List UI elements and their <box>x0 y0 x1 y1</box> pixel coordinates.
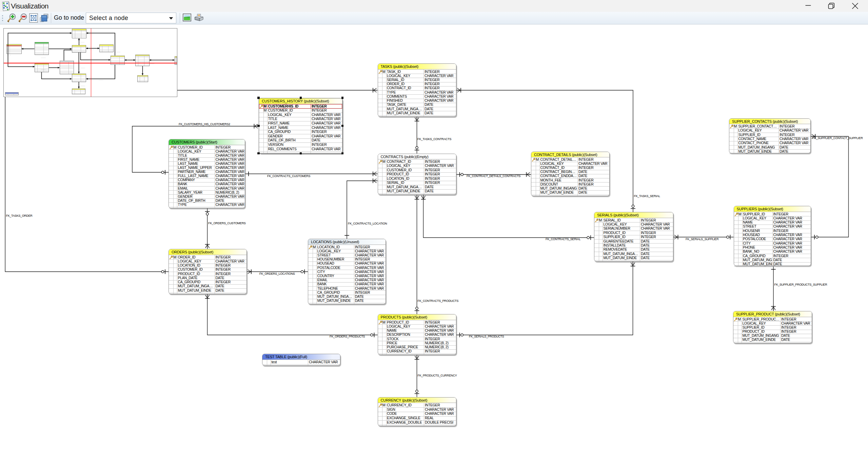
svg-text:————: ———— <box>116 51 121 53</box>
svg-text:————: ———— <box>41 57 46 58</box>
svg-text:FK_ORDERS_PRODUCTS: FK_ORDERS_PRODUCTS <box>330 335 365 338</box>
svg-text:FK_SERIALS_PRODUCTS: FK_SERIALS_PRODUCTS <box>469 335 504 338</box>
svg-text:————: ———— <box>90 49 95 50</box>
svg-text:————: ———— <box>80 67 85 69</box>
svg-text:FK_CONTRACTS_SERIAL: FK_CONTRACTS_SERIAL <box>546 237 580 241</box>
svg-text:————: ———— <box>41 69 46 70</box>
svg-text:————: ———— <box>6 54 11 56</box>
svg-text:FK_CUSTOMERS_HIS_CUSTOMERS2: FK_CUSTOMERS_HIS_CUSTOMERS2 <box>179 122 230 126</box>
svg-text:FK_CONTRACT_DETAILS_CONTRACTS: FK_CONTRACT_DETAILS_CONTRACTS <box>467 174 521 178</box>
svg-text:FK_TASKS_SERIAL: FK_TASKS_SERIAL <box>634 194 660 198</box>
svg-text:————: ———— <box>80 85 85 86</box>
svg-text:FK_SUPPLIER_PRODUCTS_SUPPLIER: FK_SUPPLIER_PRODUCTS_SUPPLIER <box>774 283 828 286</box>
svg-text:FK_TASKS_ORDER: FK_TASKS_ORDER <box>6 214 33 217</box>
svg-text:FK_ORDERS_CUSTOMERS: FK_ORDERS_CUSTOMERS <box>208 221 246 225</box>
svg-text:FK_TASKS_CONTRACTS: FK_TASKS_CONTRACTS <box>417 137 451 141</box>
svg-text:————: ———— <box>80 41 85 43</box>
svg-text:FK_SERIALS_SUPPLIER: FK_SERIALS_SUPPLIER <box>686 237 719 241</box>
svg-text:FK_ORDERS_LOCATIONS: FK_ORDERS_LOCATIONS <box>259 272 295 275</box>
svg-text:FK_CONTRACTS_LOCATION: FK_CONTRACTS_LOCATION <box>348 222 387 225</box>
svg-text:FK_CONTRACTS_PRODUCTS: FK_CONTRACTS_PRODUCTS <box>418 299 459 303</box>
svg-text:FK_PRODUCTS_CURRENCY: FK_PRODUCTS_CURRENCY <box>418 374 457 377</box>
svg-text:FK_SUPPLIER_CONTACT_SUPPLIER: FK_SUPPLIER_CONTACT_SUPPLIER <box>812 136 863 140</box>
svg-text:————: ———— <box>99 79 104 81</box>
svg-text:FK_CONTRACTS_CUSTOMERS: FK_CONTRACTS_CUSTOMERS <box>267 174 310 178</box>
